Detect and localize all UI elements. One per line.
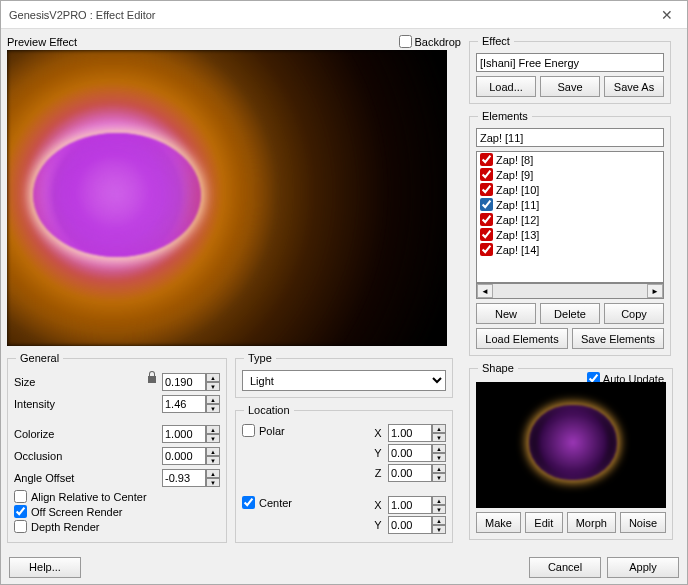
apply-button[interactable]: Apply [607,557,679,578]
window-title: GenesisV2PRO : Effect Editor [9,9,655,21]
shape-preview [476,382,666,508]
close-icon[interactable]: ✕ [655,7,679,23]
noise-button[interactable]: Noise [620,512,666,533]
list-item[interactable]: Zap! [14] [477,242,663,257]
titlebar: GenesisV2PRO : Effect Editor ✕ [1,1,687,29]
copy-button[interactable]: Copy [604,303,664,324]
element-name-input[interactable] [476,128,664,147]
loc-x1[interactable] [388,424,432,442]
new-button[interactable]: New [476,303,536,324]
scroll-left-icon[interactable]: ◄ [477,284,493,298]
spin-up[interactable]: ▲ [206,373,220,382]
save-button[interactable]: Save [540,76,600,97]
location-group: Location Polar X▲▼ Y▲▼ Z▲▼ [235,404,453,543]
depth-checkbox[interactable]: Depth Render [14,520,220,533]
preview-label: Preview Effect [7,36,399,48]
list-item-checkbox[interactable] [480,198,493,211]
list-item[interactable]: Zap! [11] [477,197,663,212]
scroll-right-icon[interactable]: ► [647,284,663,298]
lock-icon[interactable] [146,370,158,384]
load-elements-button[interactable]: Load Elements [476,328,568,349]
type-group: Type Light [235,352,453,398]
list-item[interactable]: Zap! [10] [477,182,663,197]
elements-group: Elements Zap! [8]Zap! [9]Zap! [10]Zap! [… [469,110,671,356]
polar-checkbox[interactable]: Polar [242,424,368,437]
list-item-label: Zap! [10] [496,184,539,196]
list-item-label: Zap! [12] [496,214,539,226]
list-item[interactable]: Zap! [9] [477,167,663,182]
cancel-button[interactable]: Cancel [529,557,601,578]
loc-y2[interactable] [388,516,432,534]
align-checkbox[interactable]: Align Relative to Center [14,490,220,503]
list-item-checkbox[interactable] [480,153,493,166]
list-item-checkbox[interactable] [480,228,493,241]
spin-down[interactable]: ▼ [206,382,220,391]
intensity-input[interactable] [162,395,206,413]
list-item[interactable]: Zap! [13] [477,227,663,242]
elements-list[interactable]: Zap! [8]Zap! [9]Zap! [10]Zap! [11]Zap! [… [476,151,664,283]
occlusion-input[interactable] [162,447,206,465]
list-item-label: Zap! [8] [496,154,533,166]
save-elements-button[interactable]: Save Elements [572,328,664,349]
offscreen-checkbox[interactable]: Off Screen Render [14,505,220,518]
center-checkbox[interactable]: Center [242,496,368,509]
list-item-checkbox[interactable] [480,183,493,196]
list-item-label: Zap! [14] [496,244,539,256]
list-item-checkbox[interactable] [480,168,493,181]
general-group: General Size Intensity ▲▼ [7,352,227,543]
list-item-checkbox[interactable] [480,213,493,226]
loc-x2[interactable] [388,496,432,514]
loc-y1[interactable] [388,444,432,462]
type-select[interactable]: Light [242,370,446,391]
list-item-checkbox[interactable] [480,243,493,256]
loc-z1[interactable] [388,464,432,482]
list-item-label: Zap! [13] [496,229,539,241]
list-item-label: Zap! [11] [496,199,539,211]
colorize-input[interactable] [162,425,206,443]
effect-group: Effect Load... Save Save As [469,35,671,104]
list-item[interactable]: Zap! [8] [477,152,663,167]
load-button[interactable]: Load... [476,76,536,97]
backdrop-checkbox[interactable]: Backdrop [399,35,461,48]
shape-group: Shape Auto Update Make Edit Morph Noise [469,362,673,540]
angle-input[interactable] [162,469,206,487]
saveas-button[interactable]: Save As [604,76,664,97]
size-input[interactable] [162,373,206,391]
preview-canvas [7,50,447,346]
help-button[interactable]: Help... [9,557,81,578]
effect-name-input[interactable] [476,53,664,72]
backdrop-input[interactable] [399,35,412,48]
make-button[interactable]: Make [476,512,521,533]
h-scrollbar[interactable]: ◄ ► [476,283,664,299]
morph-button[interactable]: Morph [567,512,616,533]
list-item-label: Zap! [9] [496,169,533,181]
delete-button[interactable]: Delete [540,303,600,324]
edit-button[interactable]: Edit [525,512,563,533]
list-item[interactable]: Zap! [12] [477,212,663,227]
